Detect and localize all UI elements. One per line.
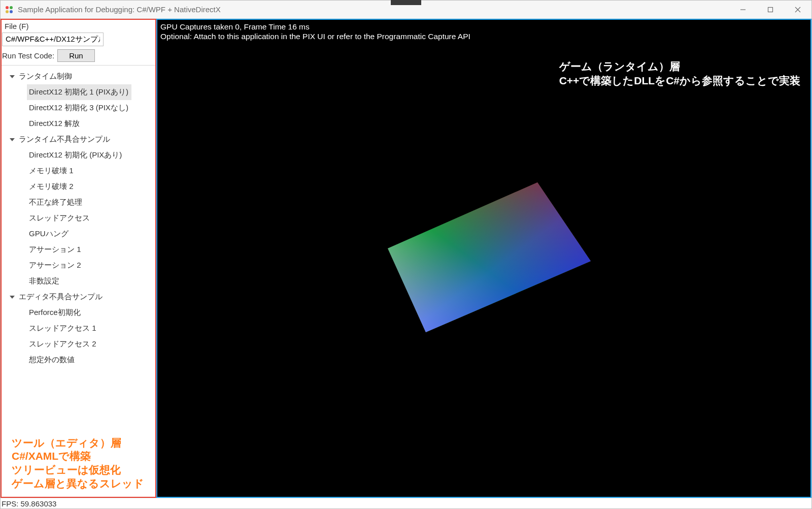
tree-item[interactable]: DirectX12 初期化 (PIXあり) (2, 147, 155, 163)
svg-point-3 (10, 10, 13, 13)
minimize-button[interactable] (729, 1, 757, 18)
annotation-line: ゲーム層と異なるスレッド (12, 477, 150, 491)
titlebar[interactable]: Sample Application for Debugging: C#/WPF… (1, 1, 811, 19)
tree-item[interactable]: DirectX12 初期化 3 (PIXなし) (2, 100, 155, 116)
run-row: Run Test Code: Run (2, 46, 155, 66)
window-title: Sample Application for Debugging: C#/WPF… (18, 5, 221, 14)
svg-point-0 (6, 6, 9, 9)
chevron-down-icon[interactable] (10, 138, 15, 141)
chevron-down-icon[interactable] (10, 75, 15, 78)
minimize-icon (740, 7, 746, 13)
tree-group-label: エディタ不具合サンプル (19, 292, 103, 302)
rendered-plane (357, 170, 611, 347)
maximize-icon (767, 7, 773, 13)
tree-item[interactable]: スレッドアクセス 2 (2, 336, 155, 352)
right-panel: GPU Captures taken 0, Frame Time 16 ms O… (156, 19, 811, 498)
client-area: File (F) Run Test Code: Run ランタイム制御Direc… (1, 19, 811, 508)
app-icon (5, 5, 14, 14)
close-button[interactable] (784, 1, 811, 18)
run-button[interactable]: Run (57, 49, 95, 62)
tree-item[interactable]: 不正な終了処理 (2, 195, 155, 210)
tree-item[interactable]: 非数設定 (2, 273, 155, 289)
chevron-down-icon[interactable] (10, 296, 15, 299)
annotation-line: ツリービューは仮想化 (12, 463, 150, 477)
grab-handle[interactable] (391, 0, 421, 5)
annotation-line: C#/XAMLで構築 (12, 450, 150, 463)
tree-item[interactable]: スレッドアクセス (2, 210, 155, 226)
svg-point-1 (10, 6, 13, 9)
close-icon (795, 7, 801, 13)
tree-group[interactable]: ランタイム制御 (2, 69, 155, 84)
maximize-button[interactable] (757, 1, 784, 18)
window: Sample Application for Debugging: C#/WPF… (0, 0, 812, 509)
annotation-left: ツール（エディタ）層C#/XAMLで構築ツリービューは仮想化ゲーム層と異なるスレ… (2, 432, 155, 497)
tree-group[interactable]: ランタイム不具合サンプル (2, 132, 155, 147)
search-row (2, 33, 155, 46)
tree-item[interactable]: GPUハング (2, 226, 155, 242)
tree-group-label: ランタイム制御 (19, 72, 72, 81)
tree-item[interactable]: アサーション 2 (2, 258, 155, 273)
svg-point-2 (6, 10, 9, 13)
menu-file[interactable]: File (F) (5, 22, 29, 30)
body-row: File (F) Run Test Code: Run ランタイム制御Direc… (1, 19, 811, 498)
tree-item[interactable]: DirectX12 解放 (2, 116, 155, 132)
tree-item[interactable]: Perforce初期化 (2, 305, 155, 321)
search-input[interactable] (2, 33, 104, 46)
tree-group-label: ランタイム不具合サンプル (19, 135, 110, 144)
menu-bar: File (F) (2, 20, 155, 33)
tree-item[interactable]: アサーション 1 (2, 242, 155, 258)
tree-item[interactable]: メモリ破壊 1 (2, 163, 155, 179)
annotation-line: ツール（エディタ）層 (12, 436, 150, 450)
statusbar: FPS: 59.863033 (1, 498, 811, 508)
fps-label: FPS: 59.863033 (2, 499, 56, 508)
tree-item[interactable]: DirectX12 初期化 1 (PIXあり) (27, 84, 131, 100)
tree-item[interactable]: 想定外の数値 (2, 352, 155, 368)
run-label: Run Test Code: (2, 51, 54, 60)
tree-item[interactable]: スレッドアクセス 1 (2, 321, 155, 336)
tree-item[interactable]: メモリ破壊 2 (2, 179, 155, 195)
tree-view[interactable]: ランタイム制御DirectX12 初期化 1 (PIXあり)DirectX12 … (2, 66, 155, 432)
svg-rect-5 (768, 7, 773, 12)
viewport[interactable] (157, 20, 810, 497)
tree-group[interactable]: エディタ不具合サンプル (2, 289, 155, 305)
left-panel: File (F) Run Test Code: Run ランタイム制御Direc… (1, 19, 156, 498)
window-buttons (729, 1, 811, 18)
svg-marker-9 (388, 182, 591, 332)
